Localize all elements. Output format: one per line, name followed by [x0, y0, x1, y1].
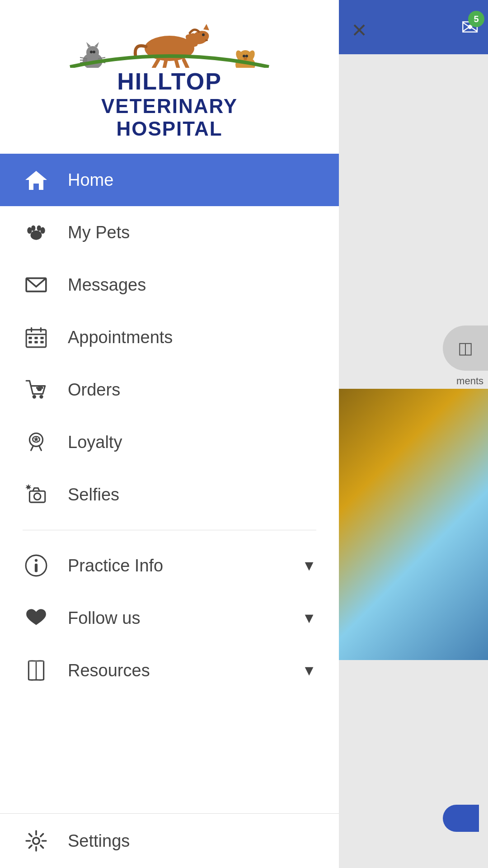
book-icon	[23, 657, 50, 684]
nav-item-selfies[interactable]: Selfies	[0, 468, 339, 521]
loyalty-icon	[23, 429, 50, 456]
svg-line-6	[184, 60, 188, 68]
svg-rect-48	[40, 337, 43, 339]
nav-item-resources[interactable]: Resources ▼	[0, 644, 339, 697]
svg-point-8	[202, 33, 205, 36]
svg-point-52	[33, 395, 36, 398]
practice-info-chevron: ▼	[302, 557, 316, 574]
follow-us-chevron: ▼	[302, 610, 316, 627]
svg-point-30	[245, 55, 248, 57]
appointments-bg-label: ments	[456, 375, 483, 387]
svg-point-58	[41, 387, 43, 389]
svg-line-4	[164, 61, 166, 68]
svg-point-9	[205, 39, 208, 41]
navigation-drawer: ×	[0, 0, 339, 868]
animals-logo-svg	[66, 18, 273, 68]
nav-list: Home My Pets Me	[0, 154, 339, 813]
svg-rect-47	[34, 337, 38, 339]
svg-marker-35	[25, 171, 47, 190]
svg-point-15	[93, 51, 95, 53]
svg-marker-64	[25, 484, 32, 490]
nav-item-messages[interactable]: Messages	[0, 259, 339, 311]
background-content: ✉ 5 ◫ ments	[334, 0, 488, 868]
nav-divider	[23, 530, 316, 530]
svg-rect-51	[40, 341, 43, 343]
svg-point-37	[27, 227, 32, 234]
calendar-icon	[23, 324, 50, 351]
nav-item-loyalty[interactable]: Loyalty	[0, 416, 339, 468]
logo-text-veterinary: VETERINARY	[101, 95, 238, 118]
svg-point-31	[244, 57, 247, 60]
selfies-label: Selfies	[68, 485, 119, 505]
settings-footer[interactable]: Settings	[0, 813, 339, 868]
paw-icon	[23, 219, 50, 246]
svg-point-66	[34, 493, 41, 500]
nav-item-practice-info[interactable]: Practice Info ▼	[0, 539, 339, 592]
home-icon	[23, 166, 50, 193]
svg-line-77	[41, 845, 43, 848]
svg-point-14	[90, 51, 93, 53]
mail-notification[interactable]: ✉ 5	[461, 14, 479, 40]
svg-point-36	[31, 231, 42, 240]
logo-area: HILLTOP VETERINARY HOSPITAL	[0, 0, 339, 154]
svg-line-76	[29, 834, 32, 836]
appointments-floating-button[interactable]: ◫	[443, 326, 488, 371]
nav-item-orders[interactable]: Orders	[0, 363, 339, 416]
resources-label: Resources	[68, 661, 284, 680]
notification-badge: 5	[468, 11, 484, 27]
svg-rect-49	[28, 341, 32, 343]
envelope-icon	[23, 271, 50, 298]
svg-rect-50	[34, 341, 38, 343]
cart-icon	[23, 376, 50, 403]
svg-point-56	[38, 386, 40, 388]
loyalty-label: Loyalty	[68, 433, 122, 452]
svg-point-55	[36, 387, 38, 389]
svg-point-53	[39, 395, 43, 398]
messages-label: Messages	[68, 275, 146, 295]
svg-point-71	[33, 838, 40, 844]
nav-item-follow-us[interactable]: Follow us ▼	[0, 592, 339, 644]
svg-marker-7	[203, 24, 209, 30]
close-button[interactable]: ×	[343, 14, 375, 45]
follow-us-label: Follow us	[68, 609, 284, 628]
settings-label: Settings	[68, 831, 130, 851]
logo-container: HILLTOP VETERINARY HOSPITAL	[66, 18, 273, 140]
svg-point-38	[31, 225, 35, 231]
camera-icon	[23, 481, 50, 508]
svg-point-29	[243, 55, 245, 57]
clipboard-icon: ◫	[458, 339, 473, 358]
settings-icon	[23, 827, 50, 854]
logo-text-hospital: HOSPITAL	[116, 118, 222, 140]
nav-item-my-pets[interactable]: My Pets	[0, 206, 339, 259]
svg-line-63	[39, 446, 41, 450]
nav-item-appointments[interactable]: Appointments	[0, 311, 339, 363]
nav-item-home[interactable]: Home	[0, 154, 339, 206]
svg-rect-69	[35, 564, 38, 572]
svg-line-62	[31, 446, 33, 450]
svg-line-78	[41, 834, 43, 836]
svg-point-68	[35, 559, 38, 561]
orders-label: Orders	[68, 380, 120, 400]
resources-chevron: ▼	[302, 662, 316, 679]
close-icon: ×	[352, 15, 367, 44]
bottom-blue-button[interactable]	[443, 805, 479, 832]
practice-info-label: Practice Info	[68, 556, 284, 576]
svg-point-11	[86, 46, 99, 59]
home-label: Home	[68, 170, 113, 190]
svg-line-5	[176, 61, 178, 68]
svg-line-79	[29, 845, 32, 848]
svg-line-3	[154, 60, 158, 68]
logo-text-hilltop: HILLTOP	[117, 68, 222, 95]
svg-point-40	[40, 227, 45, 234]
appointments-label: Appointments	[68, 328, 173, 347]
info-icon	[23, 552, 50, 579]
heart-icon	[23, 604, 50, 632]
svg-rect-46	[28, 337, 32, 339]
dog-image	[334, 389, 488, 660]
my-pets-label: My Pets	[68, 223, 130, 242]
